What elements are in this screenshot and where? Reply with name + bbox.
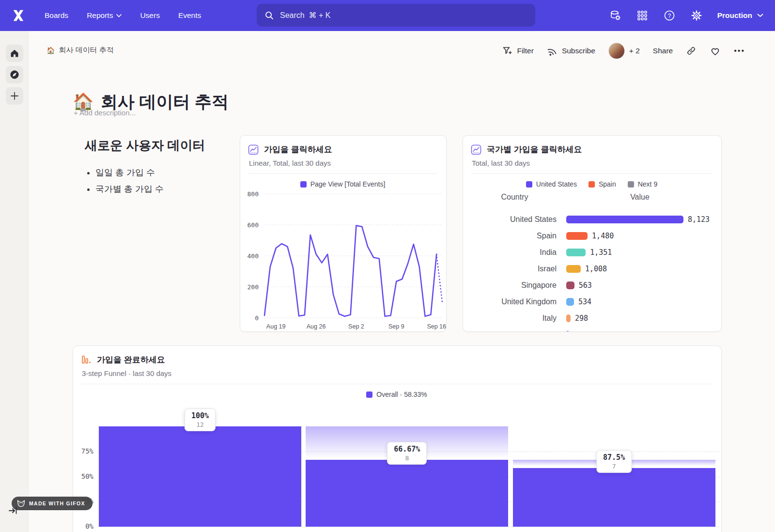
- line-x-tick: Aug 19: [266, 323, 286, 330]
- country-table-rows: United States8,123Spain1,480India1,351Is…: [463, 211, 722, 332]
- breadcrumb-emoji: 🏠: [46, 47, 55, 54]
- nav-item-label: Users: [140, 11, 159, 20]
- funnel-step-bar[interactable]: [99, 426, 301, 527]
- country-row-value: 298: [575, 314, 588, 323]
- sidebar-home-button[interactable]: [6, 45, 23, 62]
- country-row[interactable]: United Kingdom534: [463, 294, 722, 310]
- country-card-header: 국가별 가입을 클릭하세요 Total, last 30 days United…: [463, 136, 721, 188]
- country-row[interactable]: [463, 327, 722, 332]
- country-chart-legend: United StatesSpainNext 9: [471, 180, 713, 188]
- line-chart-plot[interactable]: 0200400600800Aug 19Aug 26Sep 2Sep 9Sep 1…: [240, 184, 447, 332]
- gifox-label: MADE WITH GIFOX: [29, 501, 85, 506]
- country-row-value: 1,008: [585, 265, 607, 273]
- country-row-value: 534: [578, 297, 591, 306]
- nav-item-reports[interactable]: Reports: [87, 11, 122, 20]
- subscribe-button[interactable]: Subscribe: [547, 46, 595, 56]
- mixpanel-logo[interactable]: [9, 6, 28, 25]
- funnel-step-conversion: 87.5%: [603, 453, 625, 462]
- country-row[interactable]: United States8,123: [463, 211, 722, 228]
- board-actions: Filter Subscribe + 2 Share: [502, 43, 745, 59]
- country-row-bar: [566, 232, 588, 240]
- country-row[interactable]: India1,351: [463, 244, 722, 261]
- copy-link-button[interactable]: [686, 46, 697, 56]
- funnel-y-tick: 75%: [76, 447, 93, 455]
- country-row-value: 563: [579, 281, 592, 290]
- navbar-right: ? Prouction: [609, 0, 763, 31]
- mixpanel-logo-icon: [11, 8, 26, 23]
- funnel-step-bar[interactable]: [306, 460, 508, 527]
- country-row[interactable]: Israel1,008: [463, 261, 722, 277]
- left-sidebar: [0, 31, 29, 532]
- collaborators-count: + 2: [629, 47, 640, 55]
- country-bar-card[interactable]: 국가별 가입을 클릭하세요 Total, last 30 days United…: [463, 135, 722, 332]
- main-nav: BoardsReportsUsersEvents: [45, 11, 201, 20]
- country-row-label: Singapore: [463, 281, 557, 290]
- sidebar-add-button[interactable]: [6, 87, 23, 105]
- line-chart-card[interactable]: 가입을 클릭하세요 Linear, Total, last 30 days Pa…: [240, 135, 447, 332]
- line-y-tick: 400: [248, 252, 259, 260]
- expand-sidebar-button[interactable]: [9, 507, 17, 515]
- plus-icon: [10, 92, 19, 100]
- nav-item-boards[interactable]: Boards: [45, 11, 68, 20]
- text-widget-bullets: 일일 총 가입 수국가별 총 가입 수: [95, 167, 230, 195]
- sidebar-discover-button[interactable]: [6, 66, 23, 83]
- legend-swatch: [526, 181, 532, 188]
- add-description-button[interactable]: + Add description...: [74, 109, 136, 117]
- filter-funnel-icon: [502, 46, 512, 56]
- text-widget-bullet: 국가별 총 가입 수: [95, 183, 230, 195]
- country-row[interactable]: Spain1,480: [463, 228, 722, 244]
- nav-item-events[interactable]: Events: [178, 11, 201, 20]
- country-row-value: 1,480: [592, 232, 614, 240]
- country-row[interactable]: Italy298: [463, 310, 722, 327]
- legend-item[interactable]: United States: [526, 180, 577, 188]
- ellipsis-icon: •••: [734, 47, 745, 55]
- country-row-label: Spain: [463, 232, 557, 240]
- text-widget-bullet: 일일 총 가입 수: [95, 167, 230, 178]
- line-x-tick: Sep 16: [427, 323, 446, 330]
- project-name: Prouction: [717, 11, 752, 20]
- settings-gear-icon[interactable]: [690, 9, 703, 22]
- funnel-step-bar[interactable]: [513, 468, 715, 527]
- line-x-tick: Sep 9: [388, 323, 404, 330]
- funnel-step-badge: 66.67%8: [387, 442, 427, 465]
- country-row-bar: [566, 265, 581, 273]
- legend-swatch: [628, 181, 634, 188]
- subscribe-rss-icon: [547, 46, 558, 56]
- app-root: BoardsReportsUsersEvents: [0, 0, 775, 532]
- country-row[interactable]: Singapore563: [463, 277, 722, 294]
- search-bar[interactable]: [257, 4, 535, 27]
- line-chart-icon: [248, 144, 259, 155]
- project-switcher[interactable]: Prouction: [717, 11, 763, 20]
- country-card-subtitle: Total, last 30 days: [472, 159, 713, 167]
- line-card-title: 가입을 클릭하세요: [264, 144, 332, 155]
- arrow-to-bar-icon: [9, 507, 17, 515]
- line-incomplete-dashed: [436, 254, 442, 302]
- legend-item[interactable]: Spain: [589, 180, 616, 188]
- nav-item-label: Reports: [87, 11, 113, 20]
- nav-item-users[interactable]: Users: [140, 11, 159, 20]
- funnel-y-tick: 50%: [76, 472, 93, 480]
- data-management-icon[interactable]: [609, 9, 621, 22]
- collaborators[interactable]: + 2: [608, 43, 640, 59]
- gifox-badge: MADE WITH GIFOX: [12, 497, 93, 510]
- funnel-card[interactable]: 가입을 완료하세요 3-step Funnel · last 30 days O…: [73, 345, 722, 532]
- country-row-bar: [566, 282, 574, 289]
- funnel-step-count: 8: [394, 454, 420, 462]
- legend-item[interactable]: Next 9: [628, 180, 657, 188]
- funnel-step-count: 12: [191, 421, 209, 428]
- search-input[interactable]: [279, 11, 527, 20]
- funnel-step-conversion: 100%: [191, 411, 209, 420]
- share-label: Share: [653, 47, 673, 55]
- bar-chart-icon: [471, 144, 481, 155]
- more-menu-button[interactable]: •••: [734, 47, 745, 55]
- line-y-tick: 800: [248, 190, 259, 198]
- filter-button[interactable]: Filter: [502, 46, 533, 56]
- breadcrumb[interactable]: 🏠 회사 데이터 추적: [46, 46, 114, 55]
- apps-grid-icon[interactable]: [636, 9, 649, 22]
- share-button[interactable]: Share: [653, 47, 673, 55]
- filter-label: Filter: [517, 47, 533, 55]
- compass-icon: [9, 69, 20, 80]
- help-icon[interactable]: ?: [663, 9, 676, 22]
- legend-label: Spain: [599, 180, 616, 188]
- favorite-button[interactable]: [710, 46, 721, 57]
